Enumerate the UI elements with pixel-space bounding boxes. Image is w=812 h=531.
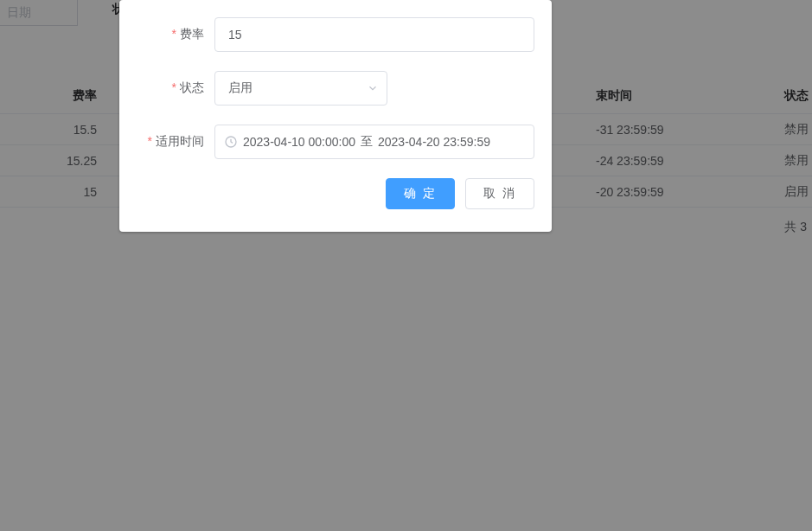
period-separator: 至 bbox=[361, 134, 373, 150]
confirm-button[interactable]: 确 定 bbox=[386, 178, 455, 209]
label-period: 适用时间 bbox=[137, 134, 214, 150]
label-status: 状态 bbox=[137, 80, 214, 96]
chevron-down-icon bbox=[367, 82, 379, 94]
clock-icon bbox=[224, 135, 238, 149]
rate-input[interactable] bbox=[214, 17, 534, 52]
edit-rate-modal: 费率 状态 启用 适用时间 2023-04-10 00:00:00 至 2023… bbox=[119, 0, 552, 232]
period-end: 2023-04-20 23:59:59 bbox=[378, 135, 490, 149]
cancel-button[interactable]: 取 消 bbox=[465, 178, 534, 209]
period-date-range[interactable]: 2023-04-10 00:00:00 至 2023-04-20 23:59:5… bbox=[214, 125, 534, 159]
period-start: 2023-04-10 00:00:00 bbox=[243, 135, 355, 149]
status-select[interactable]: 启用 bbox=[214, 71, 387, 106]
status-select-value: 启用 bbox=[228, 80, 253, 96]
label-rate: 费率 bbox=[137, 27, 214, 42]
